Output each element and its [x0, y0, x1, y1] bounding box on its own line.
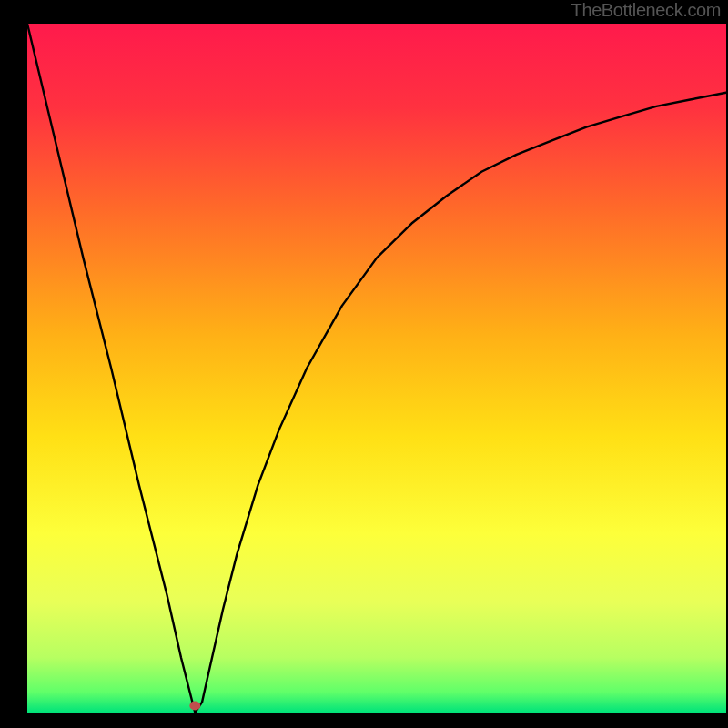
minimum-marker [189, 701, 200, 710]
chart-container: TheBottleneck.com [0, 0, 728, 728]
bottleneck-chart [0, 0, 728, 728]
plot-background [27, 24, 726, 713]
